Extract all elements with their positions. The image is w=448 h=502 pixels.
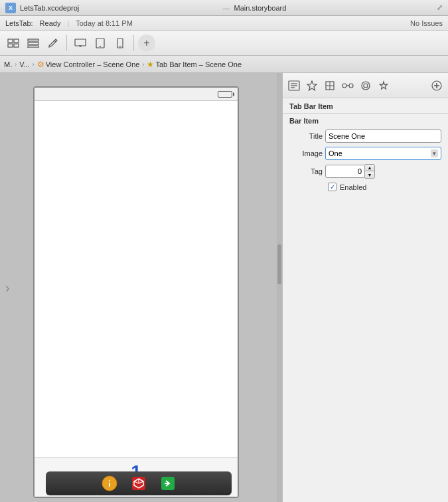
- svg-rect-16: [109, 480, 110, 481]
- status-bar: LetsTab: Ready | Today at 8:11 PM No Iss…: [0, 16, 448, 31]
- title-row: Title: [283, 127, 448, 145]
- phone-content: [35, 101, 238, 457]
- bottom-control-toolbar: [46, 471, 232, 495]
- cube-bottom-btn[interactable]: [129, 474, 148, 493]
- tablet-toolbar-btn[interactable]: [91, 34, 110, 52]
- battery-icon: [218, 91, 232, 98]
- time-text: Today at 8:11 PM: [76, 19, 133, 27]
- breadcrumb-arrow-2: ›: [33, 61, 35, 68]
- svg-point-32: [342, 84, 346, 88]
- svg-rect-35: [362, 82, 370, 90]
- left-navigation-arrow[interactable]: ›: [5, 280, 10, 295]
- resize-icon[interactable]: ⤢: [437, 3, 443, 12]
- canvas-area: › 1 Scene One: [0, 73, 277, 502]
- add-inspector-btn[interactable]: [428, 77, 445, 94]
- breadcrumb-tabbaritem[interactable]: ★ Tab Bar Item – Scene One: [147, 60, 242, 69]
- svg-rect-6: [28, 46, 38, 48]
- phone-status-bar: [35, 88, 238, 101]
- tag-row: Tag ▲ ▼: [283, 162, 448, 181]
- svg-rect-3: [14, 44, 19, 47]
- file-name: Main.storyboard: [234, 4, 433, 12]
- phone-frame: 1 Scene One: [33, 86, 239, 498]
- svg-point-36: [364, 84, 368, 88]
- title-separator: —: [223, 4, 230, 12]
- grid-toolbar-btn[interactable]: [4, 34, 23, 52]
- add-toolbar-btn[interactable]: +: [138, 35, 155, 52]
- svg-point-12: [100, 46, 101, 47]
- stack-toolbar-btn[interactable]: [24, 34, 42, 52]
- phone-toolbar-btn[interactable]: [111, 34, 129, 52]
- inspector-content: Tab Bar Item Bar Item Title Image One ▾ …: [283, 98, 448, 193]
- edit-toolbar-btn[interactable]: [44, 34, 62, 52]
- title-field-label: Title: [289, 132, 323, 140]
- breadcrumb-m-label: M.: [4, 60, 12, 68]
- issues-text: No Issues: [410, 19, 443, 27]
- identity-inspector-btn[interactable]: [285, 77, 303, 94]
- breadcrumb-arrow-3: ›: [142, 61, 144, 68]
- toolbar-sep-1: [66, 35, 67, 51]
- image-dropdown[interactable]: One ▾: [325, 147, 441, 160]
- app-label: LetsTab:: [5, 19, 33, 27]
- warning-bottom-btn[interactable]: [100, 474, 119, 493]
- inspector-toolbar: [283, 73, 448, 98]
- bindings-inspector-btn[interactable]: [357, 77, 374, 94]
- attributes-inspector-btn[interactable]: [303, 77, 321, 94]
- connections-inspector-btn[interactable]: [339, 77, 356, 94]
- share-bottom-btn[interactable]: [159, 474, 177, 493]
- tag-stepper: ▲ ▼: [325, 164, 375, 179]
- star-icon: ★: [147, 60, 154, 69]
- stepper-down-btn[interactable]: ▼: [365, 171, 374, 178]
- gear-icon: ⚙: [37, 60, 44, 69]
- monitor-toolbar-btn[interactable]: [71, 34, 90, 52]
- breadcrumb-v-label: V...: [19, 60, 30, 68]
- image-row: Image One ▾: [283, 145, 448, 162]
- image-dropdown-value: One: [329, 149, 342, 157]
- breadcrumb-bar: M. › V... › ⚙ View Controller – Scene On…: [0, 56, 448, 73]
- breadcrumb-tbi-label: Tab Bar Item – Scene One: [155, 60, 242, 68]
- stepper-buttons: ▲ ▼: [365, 164, 375, 179]
- svg-rect-4: [28, 39, 38, 41]
- svg-rect-8: [75, 39, 86, 46]
- main-toolbar: +: [0, 31, 448, 56]
- breadcrumb-viewcontroller[interactable]: ⚙ View Controller – Scene One: [37, 60, 140, 69]
- svg-rect-1: [14, 39, 19, 42]
- breadcrumb-m[interactable]: M.: [4, 60, 12, 68]
- svg-rect-5: [28, 42, 38, 44]
- svg-rect-2: [8, 44, 13, 47]
- tag-input[interactable]: [325, 165, 365, 178]
- breadcrumb-vc-label: View Controller – Scene One: [46, 60, 140, 68]
- enabled-label: Enabled: [340, 183, 366, 191]
- inspector-subsection-title: Bar Item: [283, 114, 448, 127]
- inspector-panel: Tab Bar Item Bar Item Title Image One ▾ …: [282, 73, 448, 502]
- enabled-row: ✓ Enabled: [283, 181, 448, 193]
- effects-inspector-btn[interactable]: [375, 77, 392, 94]
- canvas-scrollbar[interactable]: [277, 73, 282, 502]
- file-icon: X: [5, 3, 16, 13]
- svg-rect-17: [109, 483, 110, 487]
- svg-line-7: [54, 41, 56, 42]
- breadcrumb-arrow-1: ›: [15, 61, 17, 68]
- size-inspector-btn[interactable]: [321, 77, 338, 94]
- scrollbar-handle[interactable]: [277, 244, 281, 284]
- status-text: Ready: [40, 19, 61, 27]
- title-bar: X LetsTab.xcodeproj — Main.storyboard ⤢: [0, 0, 448, 16]
- dropdown-arrow-icon: ▾: [431, 149, 438, 157]
- svg-rect-0: [8, 39, 13, 42]
- tag-field-label: Tag: [289, 167, 323, 175]
- title-field[interactable]: [325, 129, 441, 143]
- image-field-label: Image: [289, 149, 323, 157]
- toolbar-sep-2: [133, 35, 134, 51]
- enabled-checkbox[interactable]: ✓: [328, 183, 336, 191]
- breadcrumb-v[interactable]: V...: [19, 60, 30, 68]
- main-area: › 1 Scene One: [0, 73, 448, 502]
- inspector-section-title: Tab Bar Item: [283, 98, 448, 114]
- svg-point-33: [349, 84, 353, 88]
- project-name: LetsTab.xcodeproj: [20, 4, 219, 12]
- stepper-up-btn[interactable]: ▲: [365, 165, 374, 171]
